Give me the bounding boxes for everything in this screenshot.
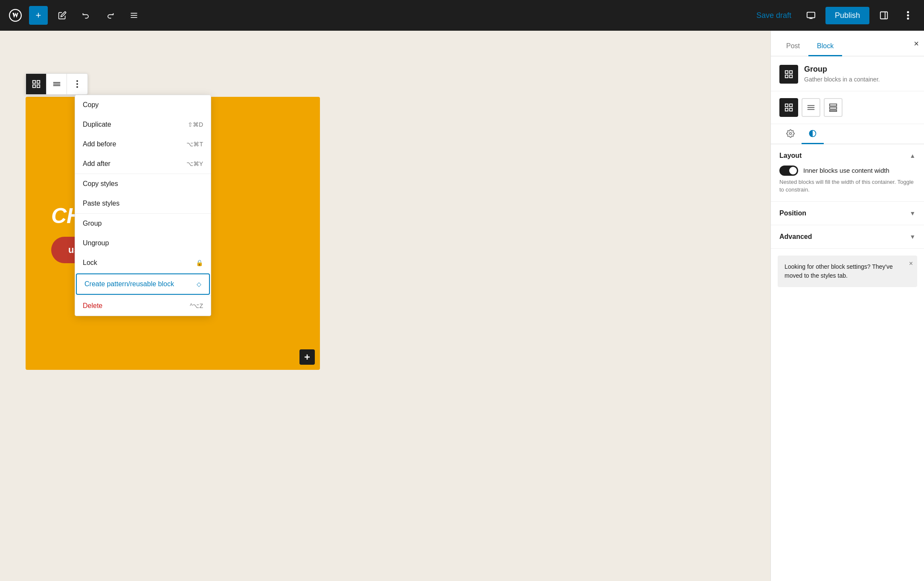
block-text-info: Group Gather blocks in a container. — [804, 65, 915, 84]
panel-tabs: Post Block × — [771, 31, 924, 56]
add-block-button[interactable]: + — [29, 6, 48, 25]
svg-point-18 — [76, 80, 78, 82]
block-toolbar — [26, 73, 88, 95]
advanced-title: Advanced — [779, 233, 812, 241]
more-block-options-button[interactable] — [67, 74, 87, 94]
layout-section: Layout ▲ Inner blocks use content width … — [771, 144, 924, 202]
svg-point-37 — [790, 132, 792, 134]
svg-rect-36 — [830, 110, 837, 111]
settings-tabs — [771, 124, 924, 144]
menu-item-create-pattern[interactable]: Create pattern/reusable block ◇ — [76, 273, 210, 295]
svg-rect-24 — [790, 71, 792, 73]
inner-blocks-toggle-desc: Nested blocks will fill the width of thi… — [779, 178, 915, 194]
menu-section-basic: Copy Duplicate ⇧⌘D Add before ⌥⌘T Add af… — [75, 95, 211, 174]
style-row-button[interactable] — [802, 98, 820, 117]
menu-section-delete: Delete ^⌥Z — [75, 296, 211, 316]
svg-rect-23 — [785, 71, 788, 73]
svg-rect-12 — [37, 81, 39, 83]
svg-rect-27 — [785, 104, 788, 106]
advanced-chevron-icon: ▼ — [909, 233, 915, 240]
more-options-button[interactable] — [898, 6, 917, 25]
position-section: Position ▼ — [771, 202, 924, 225]
svg-rect-26 — [790, 75, 792, 78]
menu-item-ungroup[interactable]: Ungroup — [75, 233, 211, 253]
layout-section-header[interactable]: Layout ▲ — [779, 152, 915, 160]
menu-item-copy[interactable]: Copy — [75, 95, 211, 115]
svg-rect-29 — [785, 108, 788, 110]
redo-button[interactable] — [101, 6, 119, 25]
menu-item-copy-styles[interactable]: Copy styles — [75, 174, 211, 194]
panel-close-button[interactable]: × — [914, 38, 919, 48]
svg-rect-6 — [880, 12, 888, 19]
pattern-icon: ◇ — [197, 281, 201, 288]
svg-point-8 — [907, 11, 909, 13]
svg-rect-34 — [830, 104, 837, 106]
advanced-section-header[interactable]: Advanced ▼ — [779, 233, 915, 241]
tab-post[interactable]: Post — [778, 37, 808, 56]
right-panel: Post Block × Group Gather blocks in a co… — [770, 31, 924, 581]
menu-item-duplicate[interactable]: Duplicate ⇧⌘D — [75, 115, 211, 134]
menu-item-lock[interactable]: Lock 🔒 — [75, 253, 211, 273]
menu-section-styles: Copy styles Paste styles — [75, 174, 211, 214]
notification-text: Looking for other block settings? They'v… — [785, 263, 893, 279]
editor-area: CH Demo us Copy Duplicate ⇧⌘D — [0, 31, 770, 581]
tab-block[interactable]: Block — [808, 37, 842, 56]
block-desc-label: Gather blocks in a container. — [804, 76, 915, 84]
svg-rect-28 — [790, 104, 792, 106]
context-menu: Copy Duplicate ⇧⌘D Add before ⌥⌘T Add af… — [75, 95, 211, 316]
advanced-section: Advanced ▼ — [771, 225, 924, 249]
menu-item-delete[interactable]: Delete ^⌥Z — [75, 296, 211, 316]
undo-button[interactable] — [77, 6, 96, 25]
preview-button[interactable] — [802, 6, 820, 25]
inner-blocks-toggle[interactable] — [779, 166, 798, 176]
position-title: Position — [779, 209, 806, 217]
layout-chevron-icon: ▲ — [909, 152, 915, 159]
style-switcher — [771, 91, 924, 124]
settings-tab-style[interactable] — [802, 124, 824, 144]
style-default-button[interactable] — [779, 98, 798, 117]
menu-item-add-after[interactable]: Add after ⌥⌘Y — [75, 154, 211, 174]
add-block-corner-button[interactable] — [299, 349, 315, 365]
menu-item-paste-styles[interactable]: Paste styles — [75, 194, 211, 213]
layout-section-content: Inner blocks use content width Nested bl… — [779, 166, 915, 194]
block-info: Group Gather blocks in a container. — [771, 56, 924, 91]
position-section-header[interactable]: Position ▼ — [779, 209, 915, 217]
style-stack-button[interactable] — [824, 98, 843, 117]
main-layout: CH Demo us Copy Duplicate ⇧⌘D — [0, 31, 924, 581]
svg-rect-11 — [32, 81, 35, 83]
svg-rect-3 — [807, 12, 815, 18]
svg-rect-35 — [830, 107, 837, 109]
notification-close-button[interactable]: × — [909, 260, 913, 267]
top-bar: + Save draft Publish — [0, 0, 924, 31]
block-type-icon — [779, 65, 798, 84]
publish-button[interactable]: Publish — [825, 7, 869, 24]
layout-title: Layout — [779, 152, 802, 160]
svg-point-10 — [907, 17, 909, 20]
svg-rect-30 — [790, 108, 792, 110]
svg-rect-14 — [37, 85, 39, 87]
lock-icon: 🔒 — [196, 259, 203, 266]
wp-logo-icon[interactable] — [7, 7, 24, 24]
menu-section-group: Group Ungroup Lock 🔒 Create pattern/reus… — [75, 214, 211, 296]
inner-blocks-toggle-label: Inner blocks use content width — [803, 167, 889, 174]
select-group-button[interactable] — [26, 74, 46, 94]
block-settings-notification: Looking for other block settings? They'v… — [778, 256, 917, 287]
save-draft-button[interactable]: Save draft — [751, 8, 796, 23]
svg-point-20 — [76, 86, 78, 88]
list-view-button[interactable] — [125, 6, 143, 25]
edit-mode-button[interactable] — [53, 6, 72, 25]
svg-rect-25 — [785, 75, 788, 78]
menu-item-group[interactable]: Group — [75, 214, 211, 233]
inner-blocks-toggle-row: Inner blocks use content width — [779, 166, 915, 176]
svg-point-19 — [76, 83, 78, 85]
block-name-label: Group — [804, 65, 915, 74]
sidebar-toggle-button[interactable] — [875, 6, 893, 25]
menu-item-add-before[interactable]: Add before ⌥⌘T — [75, 134, 211, 154]
settings-tab-gear[interactable] — [779, 124, 802, 144]
align-button[interactable] — [46, 74, 67, 94]
svg-point-9 — [907, 15, 909, 17]
position-chevron-icon: ▼ — [909, 210, 915, 217]
svg-rect-13 — [32, 85, 35, 87]
